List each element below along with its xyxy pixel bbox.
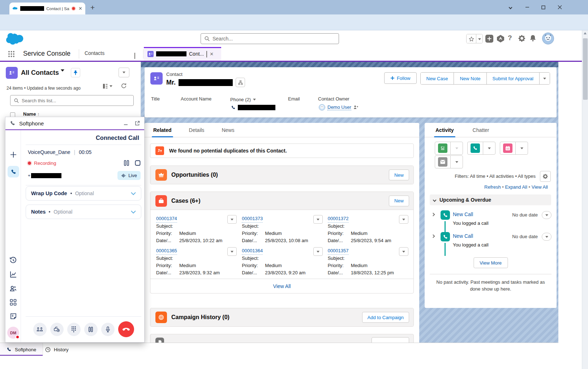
activity-item-link[interactable]: New Call (453, 211, 473, 217)
display-as-button[interactable] (103, 83, 112, 89)
more-actions-dropdown[interactable] (539, 73, 550, 84)
tab-chatter[interactable]: Chatter (473, 123, 489, 137)
case-number-link[interactable]: 00001373 (242, 215, 263, 223)
browser-menu-chevron-icon[interactable] (502, 0, 519, 14)
field-phone-label[interactable]: Phone (2) (230, 97, 256, 102)
activity-item-link[interactable]: New Call (453, 233, 473, 239)
case-row-actions-dropdown[interactable] (227, 215, 237, 224)
tab-details[interactable]: Details (189, 123, 205, 137)
change-owner-icon[interactable] (353, 105, 358, 110)
minimize-icon[interactable] (123, 121, 128, 126)
submit-for-approval-button[interactable]: Submit for Approval (486, 73, 539, 84)
name-column-header[interactable]: Name ↑ (23, 111, 40, 117)
new-opportunity-button[interactable]: New (389, 170, 409, 180)
browser-tab[interactable]: Contact | Sal ✕ (9, 3, 85, 14)
view-all-link[interactable]: View All (532, 184, 548, 190)
case-row-actions-dropdown[interactable] (313, 247, 323, 256)
refresh-link[interactable]: Refresh (484, 184, 501, 190)
stop-recording-icon[interactable] (135, 160, 141, 166)
hold-button[interactable] (84, 323, 98, 336)
activity-filters-text[interactable]: Filters: All time • All activities • All… (455, 173, 536, 179)
cases-header[interactable]: Cases (6+) New (150, 192, 413, 210)
guidance-center-icon[interactable] (496, 34, 505, 43)
new-task-button[interactable] (435, 142, 450, 154)
global-search-box[interactable]: Search... (201, 33, 339, 44)
phone-value[interactable] (231, 105, 275, 110)
notes-pad-icon[interactable] (5, 313, 21, 320)
add-to-campaign-button[interactable]: Add to Campaign (362, 312, 409, 323)
stats-chart-icon[interactable] (5, 271, 21, 278)
global-actions-icon[interactable] (485, 34, 494, 43)
nav-tab-contacts[interactable]: Contacts (85, 50, 104, 56)
tab-news[interactable]: News (222, 123, 234, 137)
event-dropdown-icon[interactable] (515, 142, 528, 154)
wrap-up-code-section[interactable]: Wrap Up Code Optional (26, 186, 141, 201)
pin-list-icon[interactable] (71, 68, 80, 77)
contacts-tab-chevron-icon[interactable] (134, 53, 135, 58)
window-close-button[interactable] (551, 0, 568, 14)
case-number-link[interactable]: 00001374 (156, 215, 177, 223)
opportunities-header[interactable]: Opportunities (0) New (150, 166, 413, 184)
case-row-actions-dropdown[interactable] (399, 247, 408, 256)
app-launcher-waffle-icon[interactable] (8, 51, 15, 57)
item-actions-dropdown[interactable] (542, 211, 551, 219)
favorites-star-icon[interactable] (467, 34, 476, 43)
new-note-button[interactable]: New Note (454, 73, 486, 84)
case-number-link[interactable]: 00001365 (156, 247, 177, 255)
popout-icon[interactable] (135, 121, 140, 126)
pause-recording-icon[interactable] (124, 160, 129, 166)
email-button[interactable] (435, 156, 450, 168)
cases-view-all-link[interactable]: View All (273, 283, 291, 289)
opportunities-title[interactable]: Opportunities (0) (171, 172, 218, 178)
call-history-icon[interactable] (5, 257, 21, 264)
record-tab-close-icon[interactable]: ✕ (210, 51, 214, 57)
case-number-link[interactable]: 00001357 (328, 247, 349, 255)
expand-item-chevron-icon[interactable] (432, 235, 435, 238)
contacts-directory-icon[interactable] (5, 285, 21, 292)
dialpad-button[interactable] (67, 323, 81, 336)
scrollbar-up-arrow[interactable] (584, 32, 587, 34)
list-view-title[interactable]: All Contacts (21, 69, 59, 77)
partial-section-button[interactable] (372, 337, 409, 343)
expand-chevron-icon[interactable] (131, 210, 136, 214)
follow-button[interactable]: Follow (384, 72, 417, 84)
cases-title[interactable]: Cases (6+) (171, 198, 201, 204)
help-icon[interactable]: ? (508, 34, 512, 42)
owner-link[interactable]: Demo User (327, 104, 351, 110)
case-row-actions-dropdown[interactable] (313, 215, 323, 224)
upcoming-overdue-section[interactable]: Upcoming & Overdue (430, 194, 551, 205)
section-collapse-chevron-icon[interactable] (433, 198, 437, 202)
new-call-plus-icon[interactable] (5, 151, 21, 158)
utility-history-tab[interactable]: History (39, 343, 75, 356)
record-tab-chevron-icon[interactable] (206, 51, 207, 57)
active-call-tab-icon[interactable] (8, 166, 19, 177)
window-minimize-button[interactable] (519, 0, 535, 14)
conference-button[interactable] (33, 323, 47, 336)
page-scrollbar[interactable] (582, 30, 588, 369)
item-actions-dropdown[interactable] (542, 233, 551, 241)
user-avatar[interactable] (542, 33, 554, 44)
refresh-list-icon[interactable] (121, 83, 127, 89)
new-tab-button[interactable]: + (90, 4, 95, 11)
list-search-box[interactable]: Search this list... (10, 95, 134, 106)
notes-section[interactable]: Notes Optional (26, 205, 141, 219)
view-more-button[interactable]: View More (473, 257, 508, 268)
expand-chevron-icon[interactable] (131, 192, 136, 195)
utility-softphone-tab[interactable]: Softphone (0, 343, 43, 356)
new-event-button[interactable] (500, 142, 515, 154)
task-dropdown-icon[interactable] (450, 142, 463, 154)
mute-mic-button[interactable] (101, 323, 115, 336)
view-hierarchy-button[interactable] (236, 78, 245, 87)
case-row-actions-dropdown[interactable] (227, 247, 237, 256)
log-call-button[interactable] (468, 142, 483, 154)
case-number-link[interactable]: 00001372 (328, 215, 349, 223)
call-dropdown-icon[interactable] (483, 142, 495, 154)
favorites-dropdown-icon[interactable] (476, 34, 482, 43)
case-number-link[interactable]: 00001364 (242, 247, 263, 255)
end-call-button[interactable] (118, 321, 134, 337)
campaign-title[interactable]: Campaign History (0) (171, 314, 229, 321)
setup-gear-icon[interactable] (518, 34, 526, 42)
nav-tab-contact-record[interactable]: Cont... ✕ (144, 47, 221, 61)
notifications-bell-icon[interactable] (529, 34, 537, 42)
tab-related[interactable]: Related (153, 123, 172, 137)
